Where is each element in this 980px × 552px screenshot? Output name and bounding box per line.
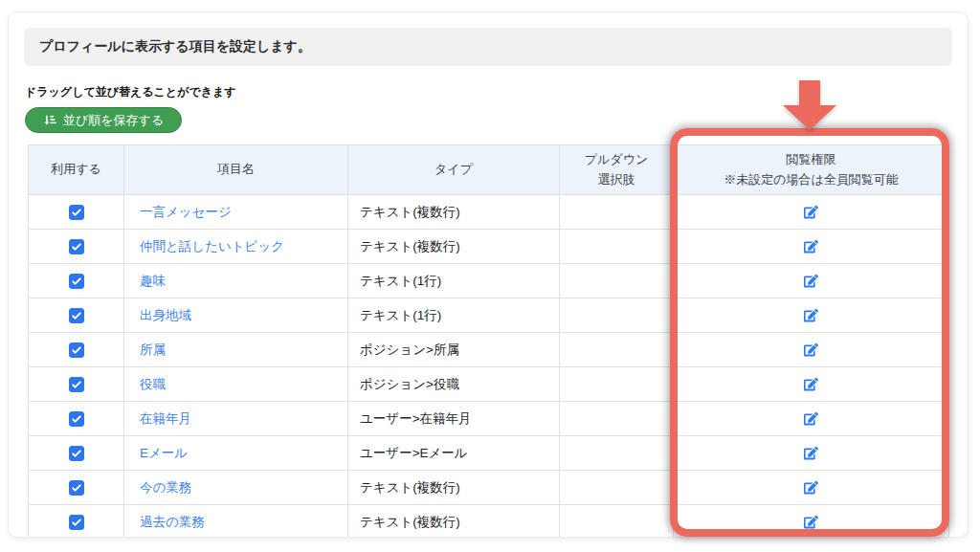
- save-order-button[interactable]: 並び順を保存する: [25, 107, 182, 133]
- use-checkbox[interactable]: [69, 308, 84, 323]
- use-cell: [29, 402, 124, 436]
- pulldown-cell: [560, 436, 674, 471]
- info-banner: プロフィールに表示する項目を設定します。: [24, 28, 952, 66]
- edit-permission-icon[interactable]: [804, 515, 818, 529]
- permission-cell: [674, 471, 949, 505]
- item-name-cell: 趣味: [124, 264, 348, 298]
- header-pulldown: プルダウン 選択肢: [560, 145, 674, 195]
- use-cell: [29, 264, 124, 298]
- edit-permission-icon[interactable]: [804, 377, 818, 391]
- pulldown-cell: [560, 298, 674, 333]
- item-name-cell: 仲間と話したいトピック: [124, 230, 348, 264]
- table-row: 趣味 テキスト(1行): [29, 264, 949, 298]
- drag-hint-text: ドラッグして並び替えることができます: [25, 84, 968, 100]
- table-row: 一言メッセージ テキスト(複数行): [29, 195, 949, 230]
- type-label: テキスト(複数行): [348, 195, 560, 230]
- item-name-link[interactable]: 一言メッセージ: [140, 205, 232, 219]
- use-cell: [29, 298, 124, 333]
- table-row: 在籍年月 ユーザー>在籍年月: [29, 402, 949, 436]
- pulldown-cell: [560, 230, 674, 264]
- item-name-link[interactable]: 趣味: [140, 274, 166, 288]
- permission-cell: [674, 264, 949, 298]
- item-name-link[interactable]: 今の業務: [140, 480, 191, 495]
- header-pulldown-line2: 選択肢: [598, 172, 635, 187]
- use-checkbox[interactable]: [69, 205, 84, 220]
- use-cell: [29, 367, 124, 402]
- table-row: 過去の業務 テキスト(複数行): [29, 505, 949, 539]
- table-row: 出身地域 テキスト(1行): [29, 298, 949, 333]
- edit-permission-icon[interactable]: [804, 480, 818, 495]
- edit-permission-icon[interactable]: [804, 446, 818, 460]
- type-label: テキスト(複数行): [348, 230, 560, 264]
- settings-card: プロフィールに表示する項目を設定します。 ドラッグして並び替えることができます …: [8, 11, 969, 538]
- header-pulldown-line1: プルダウン: [585, 152, 649, 166]
- use-checkbox[interactable]: [69, 274, 84, 289]
- pulldown-cell: [560, 195, 674, 230]
- table-row: 所属 ポジション>所属: [29, 333, 949, 367]
- item-name-link[interactable]: 仲間と話したいトピック: [140, 239, 284, 254]
- permission-cell: [674, 402, 949, 436]
- use-cell: [29, 333, 124, 367]
- use-checkbox[interactable]: [69, 342, 84, 358]
- edit-permission-icon[interactable]: [804, 274, 818, 288]
- header-permission-line2: ※未設定の場合は全員閲覧可能: [724, 172, 899, 187]
- save-order-button-label: 並び順を保存する: [63, 112, 164, 129]
- permission-cell: [674, 195, 949, 230]
- pulldown-cell: [560, 402, 674, 436]
- table-body: 一言メッセージ テキスト(複数行) 仲間と話したいトピック テキスト(複数行): [29, 195, 949, 539]
- permission-cell: [674, 230, 949, 264]
- header-use: 利用する: [29, 145, 124, 195]
- item-name-cell: 役職: [124, 367, 348, 402]
- use-cell: [29, 230, 124, 264]
- use-checkbox[interactable]: [69, 446, 84, 461]
- edit-permission-icon[interactable]: [804, 342, 818, 357]
- item-name-link[interactable]: 過去の業務: [140, 515, 205, 529]
- item-name-cell: 出身地域: [124, 298, 348, 333]
- sort-amount-icon: [43, 114, 56, 127]
- use-checkbox[interactable]: [69, 515, 84, 530]
- item-name-cell: 今の業務: [124, 471, 348, 505]
- header-permission-line1: 閲覧権限: [787, 152, 836, 166]
- item-name-cell: 過去の業務: [124, 505, 348, 539]
- type-label: テキスト(1行): [348, 298, 560, 333]
- type-label: ユーザー>Eメール: [348, 436, 560, 471]
- use-cell: [29, 436, 124, 471]
- use-checkbox[interactable]: [69, 411, 84, 427]
- type-label: テキスト(複数行): [348, 471, 560, 505]
- item-name-cell: Eメール: [124, 436, 348, 471]
- table-row: 仲間と話したいトピック テキスト(複数行): [29, 230, 949, 264]
- table-row: 役職 ポジション>役職: [29, 367, 949, 402]
- item-name-link[interactable]: 出身地域: [140, 308, 191, 322]
- item-name-cell: 一言メッセージ: [124, 195, 348, 230]
- edit-permission-icon[interactable]: [804, 205, 818, 219]
- item-name-link[interactable]: 在籍年月: [140, 411, 191, 426]
- edit-permission-icon[interactable]: [804, 411, 818, 426]
- edit-permission-icon[interactable]: [804, 308, 818, 322]
- table-row: 今の業務 テキスト(複数行): [29, 471, 949, 505]
- header-type: タイプ: [348, 145, 560, 195]
- edit-permission-icon[interactable]: [804, 239, 818, 254]
- table-header-row: 利用する 項目名 タイプ プルダウン 選択肢 閲覧権限 ※未設定の場合は全員閲覧…: [29, 145, 949, 195]
- pulldown-cell: [560, 367, 674, 402]
- use-checkbox[interactable]: [69, 239, 84, 254]
- use-cell: [29, 505, 124, 539]
- pulldown-cell: [560, 505, 674, 539]
- use-checkbox[interactable]: [69, 377, 84, 392]
- type-label: テキスト(複数行): [348, 505, 560, 539]
- item-name-cell: 所属: [124, 333, 348, 367]
- use-cell: [29, 195, 124, 230]
- pulldown-cell: [560, 471, 674, 505]
- pulldown-cell: [560, 333, 674, 367]
- type-label: テキスト(1行): [348, 264, 560, 298]
- permission-cell: [674, 298, 949, 333]
- permission-cell: [674, 436, 949, 471]
- permission-cell: [674, 333, 949, 367]
- profile-items-table: 利用する 項目名 タイプ プルダウン 選択肢 閲覧権限 ※未設定の場合は全員閲覧…: [28, 144, 949, 538]
- item-name-link[interactable]: 役職: [140, 377, 166, 391]
- table-row: Eメール ユーザー>Eメール: [29, 436, 949, 471]
- item-name-link[interactable]: 所属: [140, 342, 166, 357]
- permission-cell: [674, 505, 949, 539]
- use-checkbox[interactable]: [69, 480, 84, 496]
- type-label: ポジション>役職: [348, 367, 560, 402]
- item-name-link[interactable]: Eメール: [140, 446, 188, 460]
